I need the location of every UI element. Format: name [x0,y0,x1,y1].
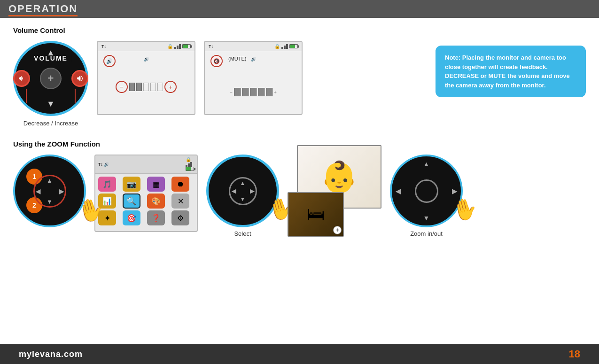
vol-plus-icon: + [274,90,277,95]
zoom-photo-thumb: 🛏 + [288,192,344,237]
select-arrow-down: ▼ [240,196,246,202]
zoom-control-knob[interactable]: 1 2 ▲ ▼ ◀ ▶ [13,155,86,227]
volume-screen-1-wrapper: T↕ 🔒 🔊 🔊 [97,41,195,115]
menu-item-close[interactable]: ✕ [171,194,189,209]
zoom-nav-ring: ▲ ▼ ◀ ▶ [33,175,66,208]
vol-bar-3 [143,83,149,91]
vol-bar-1 [129,83,135,91]
zoom-nav-down: ▼ [47,198,53,205]
baby-lying-icon: 👶 [320,159,358,194]
menu-signal-bars [186,162,194,167]
menu-item-zoom[interactable]: 🔍 [123,194,140,209]
screen1-topbar: T↕ 🔒 [98,42,194,51]
menu-item-settings[interactable]: ⚙ [171,210,189,225]
menu-item-help[interactable]: ❓ [147,210,165,225]
select-arrow-left: ◀ [232,188,236,194]
menu-item-color[interactable]: 🎨 [147,194,165,209]
lock-icon: 🔒 [167,44,173,49]
speaker-increase-icon [76,75,84,82]
footer: mylevana.com 18 [0,344,599,364]
menu-item-camera[interactable]: 📷 [123,177,140,192]
signal-bar-3 [179,44,181,49]
volume-knob[interactable]: VOLUME ▲ ▼ ◀ ▶ [13,41,88,116]
speaker-decrease-icon [18,75,25,82]
signal-bar-2 [177,46,179,49]
main-content: Volume Control VOLUME ▲ ▼ ◀ ▶ [0,18,599,239]
crib-icon: 🛏 [307,204,325,225]
volume-knob-wrapper: VOLUME ▲ ▼ ◀ ▶ Decrease / Increase [13,41,88,127]
decrease-increase-label: Decrease / Increase [23,120,78,127]
menu-item-target[interactable]: 🎯 [123,210,140,225]
select-knob-wrapper: ▲ ▼ ◀ ▶ 🤚 Select [206,155,279,237]
muted-vol-bar-5 [266,88,272,96]
muted-vol-bar-1 [234,88,241,96]
menu-lock-icon: 🔒 [186,157,191,162]
volume-arrow-up: ▲ [47,48,55,58]
volume-arrow-down: ▼ [47,99,55,109]
zoom-knob-wrapper: 1 2 ▲ ▼ ◀ ▶ 🤚 [13,155,86,227]
muted-screen: T↕ 🔒 🔇 (M [204,41,303,115]
vol-bar-5 [157,83,163,91]
volume-increase-button[interactable] [71,70,88,87]
mute-text: (MUTE) [228,56,247,62]
menu-grid: 🎵 📷 ▦ ⏺ 📊 🔍 🎨 ✕ ✦ 🎯 ❓ ⚙ [95,174,197,228]
vol-bar-4 [150,83,156,91]
decrease-indicator-line [26,89,27,103]
battery-icon [182,44,191,48]
menu-item-music[interactable]: 🎵 [98,177,116,192]
volume-decrease-button[interactable] [13,70,30,87]
footer-page-number: 18 [569,348,580,360]
zoom-out-knob[interactable]: ▲ ▼ ◀ ▶ 🤚 [390,155,463,227]
muted-vol-bar-2 [242,88,249,96]
slider-increase-button[interactable]: + [164,81,177,93]
volume-screen-1: T↕ 🔒 🔊 🔊 [97,41,195,115]
muted-screen-icons: 🔒 [274,44,298,49]
volume-section-content: VOLUME ▲ ▼ ◀ ▶ Decrease / Increase [13,41,586,127]
muted-signal-bar-2 [284,46,286,49]
header: OPERATION [0,0,599,18]
muted-vol-bar-3 [250,88,257,96]
volume-slider-row: − + [116,81,177,93]
screen1-icons: 🔒 [167,44,191,49]
select-arrow-up: ▲ [240,180,246,186]
signal-bar-1 [174,47,176,49]
zoom-out-label: Zoom in/out [410,230,443,237]
zoom-out-arrow-down: ▼ [423,214,430,222]
menu-item-record[interactable]: ⏺ [171,177,189,192]
zoom-nav-right: ▶ [59,187,64,194]
zoom-plus-button: + [333,226,342,234]
select-label: Select [234,230,251,237]
select-center: ▲ ▼ ◀ ▶ [229,177,257,205]
menu-screen-icons: 🔒 [186,157,194,172]
muted-signal-bar-3 [286,44,288,49]
signal-bars [174,44,181,49]
menu-screen-topbar: T↕ 🔊 🔒 [95,155,197,174]
zoom-section-content: 1 2 ▲ ▼ ◀ ▶ 🤚 T↕ 🔊 [13,155,586,239]
zoom-out-hand-icon: 🤚 [449,194,480,225]
muted-signal-bar-1 [281,47,283,49]
slider-decrease-button[interactable]: − [116,81,128,93]
muted-vol-bar-4 [258,88,264,96]
zoom-out-center [415,179,438,203]
muted-signal-bars [281,44,288,49]
zoom-photo-result: 👶 🛏 + [288,145,381,239]
zoom-out-arrow-up: ▲ [423,160,430,168]
screen1-speaker-icon: 🔊 [103,55,116,67]
muted-speaker-icon: 🔇 [210,55,223,67]
volume-center-button[interactable] [40,68,62,89]
menu-screen: T↕ 🔊 🔒 🎵 📷 [94,155,198,232]
note-text: Note: Placing the monitor and camera too… [445,54,570,89]
zoom-out-arrow-right: ▶ [452,187,457,195]
zoom-out-arrow-left: ◀ [396,187,401,195]
muted-screen-topbar: T↕ 🔒 [205,42,302,51]
zoom-section: Using the ZOOM Function 1 2 ▲ ▼ ◀ ▶ 🤚 [13,140,586,239]
select-arrow-right: ▶ [250,188,254,194]
muted-speaker-label: 🔊 [251,57,256,62]
select-knob[interactable]: ▲ ▼ ◀ ▶ 🤚 [206,155,279,227]
menu-screen-time: T↕ 🔊 [98,162,109,167]
menu-item-screen[interactable]: ▦ [147,177,165,192]
increase-indicator-line [75,89,76,103]
muted-screen-time: T↕ [209,44,213,49]
muted-screen-wrapper: T↕ 🔒 🔇 (M [204,41,303,115]
screen1-time: T↕ [101,44,106,49]
